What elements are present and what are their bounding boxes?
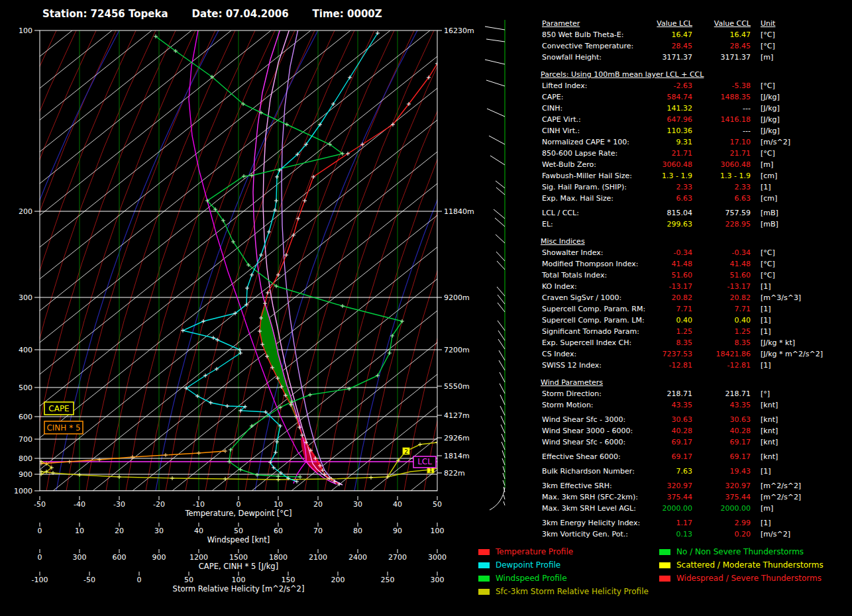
wind-barb-icon — [486, 80, 505, 86]
unit-label: [m^3/s^3] — [761, 292, 801, 303]
axis-tick-label: 3000 — [428, 553, 447, 562]
axis-tick-label: -50 — [34, 500, 46, 509]
param-label: Wind Shear Sfc - 6000: — [542, 436, 625, 448]
height-tick-label: 11840m — [444, 207, 474, 216]
unit-label: [°C] — [761, 258, 775, 270]
bottom-axis-0: -50-40-30-20-1001020304050Temperature, D… — [34, 496, 442, 518]
table-row: Convective Temperature:28.4528.45[°C] — [541, 40, 852, 52]
legend-swatch-icon — [478, 549, 490, 555]
param-label: Max. 3km SRH (SFC-2km): — [542, 491, 638, 503]
param-label: Total Totals Index: — [542, 270, 607, 281]
value-lcl: 375.44 — [667, 491, 693, 503]
unit-label: [1] — [761, 181, 771, 193]
axis-tick-label: 70 — [313, 527, 323, 535]
legend-swatch-icon — [659, 549, 670, 555]
severity-legend: No / Non Severe ThunderstormsScattered /… — [659, 545, 824, 585]
axis-tick-label: 2700 — [388, 553, 407, 562]
wind-barb-icon — [499, 360, 505, 370]
axis-tick-label: 1200 — [189, 553, 208, 562]
value-lcl: 69.17 — [672, 436, 693, 448]
value-lcl: 320.97 — [667, 480, 693, 491]
unit-label: [°C] — [761, 80, 775, 91]
legend-item: Sfc-3km Storm Relative Helicity Profile — [478, 585, 649, 598]
param-label: Wet-Bulb Zero: — [542, 159, 596, 170]
pressure-tick-label: 900 — [19, 470, 32, 479]
axis-tick-label: 100 — [232, 576, 246, 584]
table-row: CS Index:7237.5318421.86[J/kg * m^2/s^2] — [541, 348, 852, 360]
axis-title: Windspeed [knt] — [207, 535, 270, 544]
legend-item: Dewpoint Profile — [478, 558, 649, 572]
axis-tick-label: 30 — [154, 527, 164, 535]
table-row: Wet-Bulb Zero:3060.483060.48[m] — [541, 159, 852, 170]
wind-barb-column — [485, 20, 505, 510]
param-label: 3km Energy Helicity Index: — [542, 517, 640, 529]
param-label: CS Index: — [542, 348, 576, 360]
unit-label: [m/s^2] — [761, 529, 790, 540]
value-ccl: 3171.37 — [721, 52, 751, 63]
unit-label: [1] — [761, 360, 771, 371]
wind-barb-icon — [487, 109, 505, 117]
param-label: Supercell Comp. Param. LM: — [542, 315, 645, 326]
value-ccl: 757.59 — [725, 207, 751, 219]
wind-barb-icon — [495, 218, 505, 227]
unit-label: [°C] — [761, 270, 775, 281]
value-ccl: 2000.00 — [721, 503, 751, 514]
table-row: SWISS 12 Index:-12.81-12.81[1] — [541, 360, 852, 371]
height-tick-label: 9200m — [444, 293, 470, 302]
value-lcl: -0.34 — [674, 247, 692, 258]
value-ccl: -12.81 — [727, 360, 751, 371]
height-tick-label: 822m — [444, 469, 465, 478]
unit-label: [1] — [761, 326, 771, 337]
unit-label: [1] — [761, 303, 771, 315]
axis-tick-label: 80 — [353, 527, 362, 535]
value-ccl: 19.43 — [730, 466, 751, 477]
value-lcl: 30.63 — [672, 414, 693, 425]
table-row: 3km Energy Helicity Index:1.172.99[1] — [541, 517, 852, 529]
col-value-lcl: Value LCL — [657, 18, 692, 29]
cape-label: CAPE — [48, 404, 69, 413]
param-label: Sig. Hail Param. (SHIP): — [542, 181, 627, 193]
unit-label: [knt] — [761, 414, 778, 425]
unit-label: [m^2/s^2] — [761, 480, 801, 491]
legend-item: Windspeed Profile — [478, 572, 649, 585]
table-row: 3km Effective SRH:320.97320.97[m^2/s^2] — [541, 480, 852, 491]
wind-barb-icon — [496, 187, 505, 195]
axis-title: Storm Relative Helicity [m^2/s^2] — [173, 584, 305, 593]
table-row: Sig. Hail Param. (SHIP):2.332.33[1] — [541, 181, 852, 193]
wind-barb-icon — [496, 252, 505, 261]
axis-tick-label: 1800 — [269, 553, 288, 562]
value-lcl: 7.71 — [676, 303, 693, 315]
table-row: Lifted Index:-2.63-5.38[°C] — [541, 80, 852, 91]
axis-tick-label: 300 — [431, 576, 445, 584]
table-row: Wind Shear 3000 - 6000:40.2840.28[knt] — [541, 425, 852, 436]
value-lcl: 0.40 — [676, 315, 693, 326]
axis-tick-label: 0 — [137, 576, 142, 584]
wind-barb-icon — [497, 287, 505, 296]
value-lcl: 584.74 — [667, 91, 693, 103]
param-label: Convective Temperature: — [542, 40, 633, 52]
axis-tick-label: 50 — [433, 500, 442, 509]
axis-tick-label: 10 — [75, 527, 84, 535]
table-row: Max. 3km SRH Level AGL:2000.002000.00[m] — [541, 503, 852, 514]
table-row: Supercell Comp. Param. LM:0.400.40[1] — [541, 315, 852, 326]
sounding-app-window: Station: 72456 Topeka Date: 07.04.2006 T… — [0, 0, 852, 616]
axis-tick-label: 0 — [237, 500, 241, 509]
unit-label: [J/kg] — [761, 125, 780, 136]
value-lcl: -2.63 — [674, 80, 692, 91]
value-ccl: 228.95 — [725, 219, 751, 230]
legend-swatch-icon — [659, 562, 670, 568]
section-header: Misc Indices — [541, 236, 852, 247]
value-ccl: 28.45 — [730, 40, 751, 52]
table-row: Normalized CAPE * 100:9.3117.10[m/s^2] — [541, 136, 852, 148]
value-lcl: 51.60 — [672, 270, 693, 281]
param-label: 850 Wet Bulb Theta-E: — [542, 29, 624, 40]
axis-tick-label: -30 — [113, 500, 125, 509]
value-ccl: 17.10 — [730, 136, 751, 148]
unit-label: [knt] — [761, 425, 778, 436]
param-label: Exp. Supercell Index CH: — [542, 337, 631, 348]
axis-tick-label: -100 — [32, 576, 48, 584]
unit-label: [m/s^2] — [761, 136, 790, 148]
value-ccl: -5.38 — [732, 80, 751, 91]
section-header: Parcels: Using 100mB mean layer LCL + CC… — [541, 69, 852, 80]
legend-item: Widespread / Severe Thunderstorms — [659, 572, 824, 585]
